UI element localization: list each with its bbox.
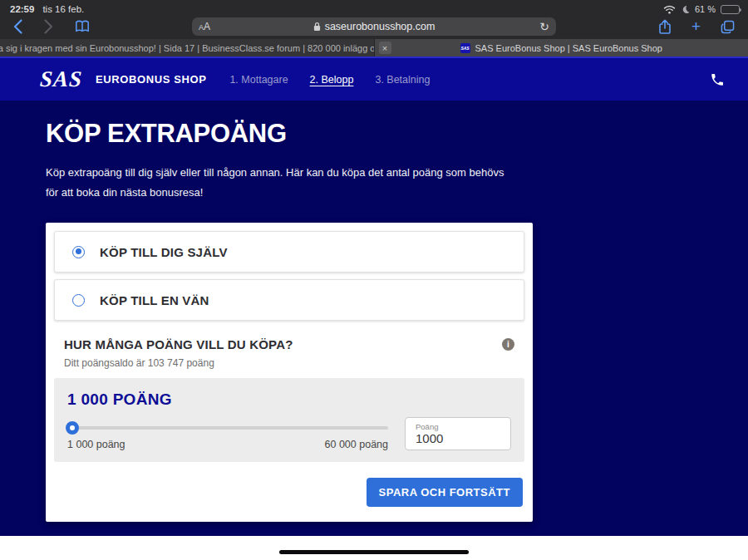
step-betalning[interactable]: 3. Betalning [375,74,430,86]
lock-icon [313,22,321,32]
question-title: HUR MÅNGA POÄNG VILL DU KÖPA? [64,337,293,351]
address-bar[interactable]: AA saseurobonusshop.com ↻ [192,17,556,36]
radio-unselected-icon[interactable] [72,294,85,307]
tab-bar: får ta sig i kragen med sin Eurobonussho… [0,39,748,56]
slider-thumb[interactable] [66,421,79,435]
slider-max-label: 60 000 poäng [325,439,388,450]
bottom-strip [0,536,748,560]
purchase-panel: KÖP TILL DIG SJÄLV KÖP TILL EN VÄN HUR M… [46,223,533,522]
points-input-label: Poäng [416,422,510,431]
close-tab-icon[interactable]: × [379,42,391,54]
brand-title[interactable]: EUROBONUS SHOP [96,73,206,86]
status-date: tis 16 feb. [42,4,84,14]
page-title: KÖP EXTRAPOÄNG [46,119,748,149]
selected-amount: 1 000 POÄNG [67,391,511,409]
home-indicator[interactable] [279,550,469,554]
tab-sas-eurobonus-shop[interactable]: × SAS SAS EuroBonus Shop | SAS EuroBonus… [374,39,748,56]
info-icon[interactable]: i [502,338,514,351]
points-input[interactable] [416,431,499,445]
ipad-screen: 22:59 tis 16 feb. 61 % [0,0,748,560]
slider-min-label: 1 000 poäng [67,439,125,450]
option-buy-for-friend[interactable]: KÖP TILL EN VÄN [54,279,524,321]
status-time: 22:59 [10,4,34,14]
forward-button[interactable] [44,19,53,34]
bookmarks-icon[interactable] [75,20,90,33]
amount-selector: 1 000 POÄNG 1 000 poäng 60 000 poäng Poä… [54,378,524,462]
browser-toolbar: AA saseurobonusshop.com ↻ + [0,17,748,39]
browser-chrome: 22:59 tis 16 feb. 61 % [0,0,748,56]
reload-button[interactable]: ↻ [539,21,549,32]
question-row: HUR MÅNGA POÄNG VILL DU KÖPA? i [64,337,514,351]
checkout-steps: 1. Mottagare 2. Belopp 3. Betalning [229,74,430,86]
url-display: saseurobonusshop.com [192,21,556,32]
battery-icon [721,5,740,14]
sas-logo[interactable]: SAS [39,66,83,92]
radio-selected-icon[interactable] [72,246,85,258]
points-input-field[interactable]: Poäng [405,417,511,450]
wifi-icon [663,5,676,14]
option-label: KÖP TILL EN VÄN [100,293,209,307]
save-and-continue-button[interactable]: SPARA OCH FORTSÄTT [367,478,524,507]
page-content: KÖP EXTRAPOÄNG Köp extrapoäng till dig s… [0,101,748,522]
new-tab-button[interactable]: + [691,17,701,36]
step-belopp[interactable]: 2. Belopp [310,74,354,86]
site-header: SAS EUROBONUS SHOP 1. Mottagare 2. Belop… [0,56,748,101]
points-balance: Ditt poängsaldo är 103 747 poäng [64,357,514,369]
option-label: KÖP TILL DIG SJÄLV [100,245,228,259]
do-not-disturb-moon-icon [681,5,690,14]
sas-favicon-icon: SAS [460,43,470,53]
url-text: saseurobonusshop.com [325,21,436,32]
tab-title: får ta sig i kragen med sin Eurobonussho… [0,43,374,53]
step-mottagare[interactable]: 1. Mottagare [229,74,288,86]
reader-aa-button[interactable]: AA [199,22,210,32]
back-button[interactable] [13,19,22,34]
points-slider[interactable] [67,426,388,430]
tab-businessclass-forum[interactable]: får ta sig i kragen med sin Eurobonussho… [0,39,374,56]
status-bar: 22:59 tis 16 feb. 61 % [0,0,748,17]
option-buy-for-self[interactable]: KÖP TILL DIG SJÄLV [54,231,524,273]
page-intro: Köp extrapoäng till dig själv eller till… [46,163,508,203]
battery-percent: 61 % [695,4,716,14]
tabs-overview-button[interactable] [721,20,735,34]
share-button[interactable] [658,19,672,35]
phone-icon[interactable] [710,72,725,87]
tab-title: SAS EuroBonus Shop | SAS EuroBonus Shop [475,43,662,53]
